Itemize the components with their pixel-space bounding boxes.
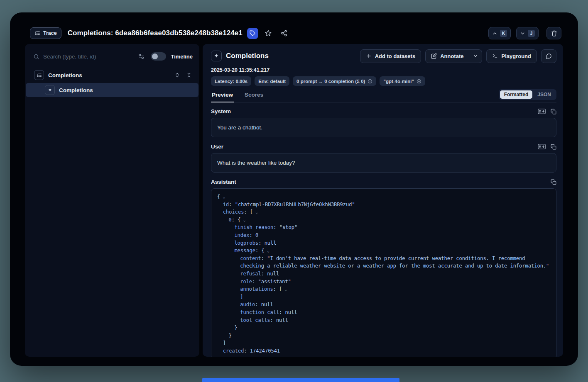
chevrons-up-down-icon bbox=[174, 72, 180, 78]
trace-tree-icon bbox=[34, 30, 40, 36]
model-badge-label: "gpt-4o-mini" bbox=[383, 79, 414, 84]
add-to-datasets-button[interactable]: Add to datasets bbox=[360, 49, 421, 63]
collapse-caret-icon[interactable]: ⌄ bbox=[255, 209, 258, 214]
sidebar: Timeline Completions bbox=[25, 44, 199, 357]
usage-badge-label: 0 prompt → 0 completion (Σ 0) bbox=[296, 79, 365, 84]
code-line: content: "I don't have real-time data ac… bbox=[217, 255, 550, 270]
code-line: ] bbox=[217, 293, 550, 301]
circle-plus-icon bbox=[416, 79, 421, 84]
collapse-all-button[interactable] bbox=[184, 71, 194, 80]
annotate-split-button: Annotate bbox=[425, 49, 482, 63]
code-line: 0: {⌄ bbox=[217, 216, 550, 224]
code-line: refusal: null bbox=[217, 270, 550, 278]
annotate-button[interactable]: Annotate bbox=[425, 49, 469, 63]
share-icon bbox=[281, 30, 287, 36]
star-button[interactable] bbox=[263, 28, 274, 39]
code-line: function_call: null bbox=[217, 309, 550, 316]
share-button[interactable] bbox=[279, 28, 290, 39]
shortcut-key-badge: K bbox=[500, 30, 507, 37]
collapse-caret-icon[interactable]: ⌄ bbox=[243, 217, 246, 222]
star-icon bbox=[265, 30, 272, 36]
search-input[interactable] bbox=[43, 54, 133, 60]
code-line: {⌄ bbox=[217, 193, 550, 201]
timestamp: 2025-03-20 11:35:41.217 bbox=[211, 67, 556, 73]
code-line: index: 0 bbox=[217, 231, 550, 239]
markdown-icon bbox=[538, 109, 546, 114]
format-toggle: Formatted JSON bbox=[499, 89, 556, 100]
copy-icon bbox=[551, 109, 556, 114]
observation-panel: Completions Add to datasets Annotate bbox=[203, 44, 563, 357]
comment-button[interactable] bbox=[541, 49, 556, 63]
view-settings-button[interactable] bbox=[137, 52, 145, 61]
add-to-datasets-label: Add to datasets bbox=[375, 53, 416, 59]
copy-button[interactable] bbox=[551, 179, 556, 185]
generation-node-icon bbox=[45, 85, 55, 95]
latency-badge: Latency: 0.00s bbox=[211, 76, 251, 86]
code-line: ] bbox=[217, 339, 550, 347]
tag-button[interactable] bbox=[247, 28, 258, 39]
copy-icon bbox=[551, 179, 556, 185]
copy-button[interactable] bbox=[551, 109, 556, 114]
window-body: Timeline Completions bbox=[10, 44, 578, 366]
section-icons bbox=[551, 179, 556, 185]
playground-button[interactable]: Playground bbox=[486, 49, 537, 63]
assistant-section-header: Assistant bbox=[211, 179, 556, 185]
section-label: User bbox=[211, 144, 223, 150]
format-toggle-formatted[interactable]: Formatted bbox=[500, 90, 533, 99]
collapse-caret-icon[interactable]: ⌄ bbox=[223, 194, 225, 199]
info-icon bbox=[368, 79, 372, 84]
tree-item-label: Completions bbox=[48, 72, 82, 78]
markdown-toggle-button[interactable] bbox=[538, 109, 546, 114]
trace-badge-label: Trace bbox=[43, 30, 57, 36]
tree-item-trace[interactable]: Completions bbox=[26, 68, 198, 82]
playground-label: Playground bbox=[501, 53, 531, 59]
collapse-caret-icon[interactable]: ⌄ bbox=[267, 248, 270, 253]
page-title: Completions: 6dea86b6feae03db538e248b38e… bbox=[68, 29, 243, 37]
tab-scores[interactable]: Scores bbox=[244, 89, 264, 102]
usage-badge[interactable]: 0 prompt → 0 completion (Σ 0) bbox=[293, 76, 376, 86]
shortcut-key-badge: J bbox=[528, 30, 535, 37]
code-line: annotations: [⌄ bbox=[217, 285, 550, 293]
search-icon bbox=[33, 54, 39, 60]
badges-row: Latency: 0.00s Env: default 0 prompt → 0… bbox=[211, 76, 556, 86]
generation-icon bbox=[211, 51, 222, 61]
code-line: created: 1742470541 bbox=[217, 347, 550, 355]
trace-detail-window: Trace Completions: 6dea86b6feae03db538e2… bbox=[10, 12, 578, 366]
copy-button[interactable] bbox=[551, 144, 556, 150]
timeline-toggle[interactable] bbox=[151, 52, 166, 61]
code-line: id: "chatcmpl-BD7XRulRhULb7NjGfeOkhN3BB9… bbox=[217, 201, 550, 209]
pencil-square-icon bbox=[431, 53, 437, 59]
timeline-label: Timeline bbox=[171, 54, 193, 60]
sliders-icon bbox=[138, 53, 145, 60]
code-line: finish_reason: "stop" bbox=[217, 224, 550, 231]
user-message: What is the weather like today? bbox=[211, 153, 556, 173]
code-line: message: {⌄ bbox=[217, 247, 550, 255]
tab-preview[interactable]: Preview bbox=[211, 89, 234, 102]
toggle-knob bbox=[152, 54, 158, 59]
code-line: audio: null bbox=[217, 301, 550, 309]
markdown-toggle-button[interactable] bbox=[538, 144, 546, 149]
chevron-down-icon bbox=[473, 54, 478, 58]
user-section-header: User bbox=[211, 144, 556, 150]
assistant-json-viewer: {⌄id: "chatcmpl-BD7XRulRhULb7NjGfeOkhN3B… bbox=[211, 188, 556, 357]
expand-all-button[interactable] bbox=[173, 71, 182, 80]
tree-actions bbox=[173, 71, 194, 80]
trace-badge[interactable]: Trace bbox=[30, 27, 61, 39]
trash-icon bbox=[551, 30, 557, 36]
observation-title: Completions bbox=[226, 52, 269, 60]
code-line: logprobs: null bbox=[217, 239, 550, 247]
tag-icon bbox=[250, 30, 255, 36]
tree-item-label: Completions bbox=[59, 87, 93, 93]
delete-button[interactable] bbox=[546, 27, 561, 39]
collapse-caret-icon[interactable]: ⌄ bbox=[284, 287, 287, 292]
observation-header: Completions Add to datasets Annotate bbox=[211, 49, 556, 63]
tree-item-generation[interactable]: Completions bbox=[26, 83, 198, 97]
code-line: tool_calls: null bbox=[217, 316, 550, 324]
annotate-dropdown-button[interactable] bbox=[469, 49, 482, 63]
format-toggle-json[interactable]: JSON bbox=[533, 90, 555, 99]
next-observation-button[interactable]: J bbox=[516, 27, 539, 39]
window-header: Trace Completions: 6dea86b6feae03db538e2… bbox=[10, 12, 578, 44]
prev-observation-button[interactable]: K bbox=[488, 27, 511, 39]
model-badge[interactable]: "gpt-4o-mini" bbox=[380, 76, 425, 86]
chat-bubble-icon bbox=[546, 53, 552, 59]
